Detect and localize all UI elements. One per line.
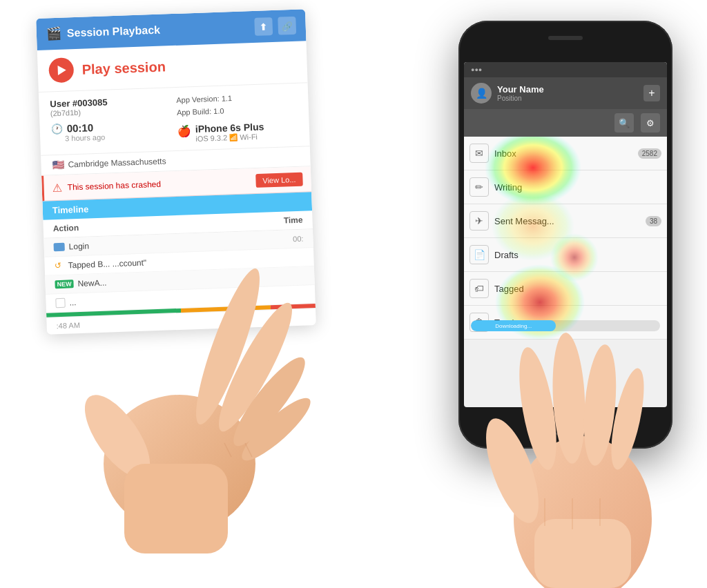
action-icon-checkbox bbox=[55, 298, 65, 308]
phone-home-button[interactable] bbox=[550, 407, 581, 438]
list-item[interactable]: 🏷 Tagged bbox=[464, 272, 667, 306]
phone-add-button[interactable]: + bbox=[643, 85, 660, 101]
flag-icon: 🇺🇸 bbox=[52, 159, 64, 171]
mail-label: Inbox bbox=[494, 148, 516, 159]
panel-title: Session Playback bbox=[67, 24, 161, 40]
upload-icon[interactable]: ⬆ bbox=[254, 17, 273, 36]
user-info-section: User #003085 (2b7d1b) 🕐 00:10 3 hours ag… bbox=[39, 83, 310, 156]
inbox-icon: ✉ bbox=[469, 144, 489, 163]
app-info-block: App Version: 1.1 App Build: 1.0 🍎 iPhone… bbox=[176, 90, 298, 144]
timeline-table: Action Time Login 00: ↺ Tapped B... ...c… bbox=[43, 210, 315, 313]
apple-icon: 🍎 bbox=[177, 124, 192, 138]
login-icon bbox=[53, 243, 64, 252]
panel-header-icons: ⬆ 🔗 bbox=[254, 17, 296, 36]
settings-icon[interactable]: ⚙ bbox=[641, 113, 660, 133]
tagged-icon: 🏷 bbox=[469, 279, 489, 298]
search-icon[interactable]: 🔍 bbox=[614, 113, 634, 133]
mail-label: Sent Messag... bbox=[494, 216, 554, 226]
svg-point-4 bbox=[514, 436, 652, 588]
film-icon: 🎬 bbox=[46, 26, 62, 42]
crash-message: This session has crashed bbox=[67, 176, 250, 192]
mail-label: Tagged bbox=[494, 284, 524, 294]
mail-label: Writing bbox=[494, 182, 522, 193]
mail-badge: 38 bbox=[646, 216, 661, 226]
play-button[interactable] bbox=[48, 57, 74, 83]
drafts-icon: 📄 bbox=[469, 245, 489, 264]
phone-screen: ●●● 👤 Your Name Position + 🔍 ⚙ bbox=[464, 62, 667, 407]
action-text: Tapped B... ...ccount" bbox=[68, 258, 146, 271]
phone-container: ●●● 👤 Your Name Position + 🔍 ⚙ bbox=[458, 21, 672, 449]
writing-icon: ✏ bbox=[469, 177, 489, 197]
scene: 🎬 Session Playback ⬆ 🔗 Play session User… bbox=[0, 0, 707, 588]
tap-icon: ↺ bbox=[54, 261, 64, 271]
download-text: Downloading... bbox=[495, 323, 532, 329]
new-icon: NEW bbox=[55, 280, 73, 288]
phone-status-bar: ●●● bbox=[464, 62, 667, 77]
list-item[interactable]: ✈ Sent Messag... 38 bbox=[464, 204, 667, 238]
playback-panel: 🎬 Session Playback ⬆ 🔗 Play session User… bbox=[36, 9, 316, 335]
clock-icon: 🕐 bbox=[50, 123, 63, 135]
mail-label: Drafts bbox=[494, 250, 519, 260]
view-log-button[interactable]: View Lo... bbox=[255, 173, 303, 188]
phone-user-position: Position bbox=[497, 95, 544, 102]
download-bar-fill: Downloading... bbox=[471, 320, 556, 331]
list-item[interactable]: ✏ Writing bbox=[464, 170, 667, 204]
phone-user-name: Your Name bbox=[497, 84, 544, 95]
user-id-block: User #003085 (2b7d1b) 🕐 00:10 3 hours ag… bbox=[50, 95, 172, 148]
action-text: ... bbox=[69, 297, 76, 307]
phone-user-block: Your Name Position bbox=[497, 84, 544, 102]
svg-line-21 bbox=[224, 443, 231, 457]
list-item[interactable]: 📄 Drafts bbox=[464, 238, 667, 272]
svg-rect-20 bbox=[124, 464, 228, 553]
device-sub: iOS 9.3.2 📶 Wi-Fi bbox=[195, 133, 264, 143]
timeline-time: 00: bbox=[293, 235, 304, 244]
svg-line-22 bbox=[245, 443, 252, 457]
svg-point-14 bbox=[104, 395, 255, 533]
mail-badge: 2582 bbox=[638, 148, 661, 159]
col-time-header: Time bbox=[284, 215, 303, 226]
phone-speaker bbox=[548, 36, 583, 40]
play-triangle-icon bbox=[58, 65, 66, 75]
phone-toolbar: 🔍 ⚙ bbox=[464, 109, 667, 137]
location-text: Cambridge Massachusetts bbox=[68, 157, 166, 170]
download-bar: Downloading... bbox=[471, 320, 660, 331]
phone-app-header: 👤 Your Name Position + bbox=[464, 77, 667, 109]
app-version: App Version: 1.1 App Build: 1.0 bbox=[176, 90, 298, 119]
link-icon[interactable]: 🔗 bbox=[278, 17, 296, 35]
action-text: NewA... bbox=[77, 278, 106, 288]
svg-point-15 bbox=[72, 384, 162, 487]
session-time: 00:10 bbox=[66, 121, 93, 134]
signal-icon: ●●● bbox=[471, 66, 482, 73]
svg-point-19 bbox=[235, 391, 317, 468]
timestamp-text: :48 AM bbox=[56, 321, 80, 330]
sent-icon: ✈ bbox=[469, 211, 489, 231]
list-item[interactable]: ✉ Inbox 2582 bbox=[464, 137, 667, 170]
svg-rect-10 bbox=[534, 519, 631, 588]
play-session-label: Play session bbox=[81, 59, 166, 77]
svg-point-18 bbox=[224, 350, 314, 454]
phone-mail-list: ✉ Inbox 2582 ✏ Writing ✈ Sent Messag... … bbox=[464, 137, 667, 340]
phone-body: ●●● 👤 Your Name Position + 🔍 ⚙ bbox=[458, 21, 672, 449]
action-text: Login bbox=[68, 242, 89, 252]
crash-icon: ⚠ bbox=[52, 181, 62, 194]
phone-avatar: 👤 bbox=[471, 83, 492, 104]
